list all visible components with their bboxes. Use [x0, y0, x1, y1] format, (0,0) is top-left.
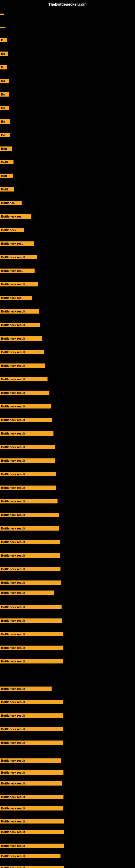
label-item: Bottleneck result: [0, 844, 64, 849]
label-item: Bottleneck result: [0, 713, 63, 719]
bottleneck-label: Bottleneck result: [0, 781, 62, 785]
bottleneck-label: Bottleneck result: [0, 727, 63, 731]
label-item: Bottleneck result: [0, 336, 42, 342]
bottleneck-label: Bo: [0, 119, 10, 124]
label-item: [0, 24, 5, 29]
label-item: Bottleneck result: [0, 282, 38, 287]
label-item: Bo: [0, 52, 8, 57]
bottleneck-label: Bottleneck result: [0, 795, 63, 799]
label-item: Bottleneck result: [0, 418, 52, 423]
bottleneck-label: Bottleneck result: [0, 526, 59, 531]
bottleneck-label: [0, 13, 4, 14]
label-item: Bottleneck result: [0, 795, 63, 800]
bottleneck-label: Bottleneck result: [0, 618, 62, 623]
label-item: Bottleneck result: [0, 567, 60, 572]
bottleneck-label: Bottleneck result: [0, 309, 39, 314]
bottleneck-label: Bottleneck result: [0, 553, 60, 558]
label-item: Bott: [0, 147, 12, 152]
label-item: Bottleneck result: [0, 445, 55, 450]
label-item: Bottleneck result: [0, 659, 63, 664]
label-item: Bottleneck result: [0, 323, 40, 328]
bottleneck-label: Bottleneck result: [0, 499, 57, 503]
bottleneck-label: Bottleneck result: [0, 472, 56, 476]
label-item: Bottleneck result: [0, 646, 63, 651]
bottleneck-label: Bottleneck result: [0, 866, 64, 868]
label-item: Bottleneck result: [0, 350, 44, 355]
bottleneck-label: Bottleneck result: [0, 646, 63, 650]
label-item: Bottleneck result: [0, 486, 56, 491]
label-item: Bottleneck resu: [0, 269, 35, 274]
label-item: Bottleneck result: [0, 404, 51, 410]
label-item: Bottleneck result: [0, 686, 52, 692]
label-item: Bottleneck result: [0, 727, 63, 733]
bottleneck-label: B: [0, 65, 7, 69]
label-item: Bottleneck res: [0, 296, 32, 301]
label-item: Bottleneck result: [0, 605, 61, 610]
bottleneck-label: Bottleneck result: [0, 605, 61, 609]
bottleneck-label: Bottleneck result: [0, 659, 63, 663]
bottleneck-label: Bottleneck result: [0, 255, 37, 259]
label-item: Bottleneck result: [0, 781, 62, 786]
label-item: Bottleneck result: [0, 590, 54, 596]
label-item: Bottleneck res: [0, 214, 31, 220]
bottleneck-label: Bottleneck res: [0, 214, 31, 219]
bottleneck-label: Bottleneck result: [0, 567, 60, 571]
label-item: Bottleneck result: [0, 553, 60, 559]
bottleneck-label: Bottleneck result: [0, 854, 60, 858]
label-item: B: [0, 38, 7, 43]
bottleneck-label: Bottleneck result: [0, 590, 54, 595]
label-item: Bottleneck result: [0, 758, 61, 764]
bottleneck-label: Bottleneck result: [0, 713, 63, 718]
bottleneck-label: Bottleneck result: [0, 445, 55, 449]
label-item: B: [0, 65, 7, 70]
bottleneck-label: Bottleneck result: [0, 830, 64, 834]
bottleneck-label: Bottleneck result: [0, 336, 42, 341]
bottleneck-label: Bo: [0, 79, 9, 83]
label-item: Bottleneck result: [0, 255, 37, 260]
bottleneck-label: Bottl: [0, 160, 13, 164]
bottleneck-label: Bottleneck result: [0, 632, 63, 637]
bottleneck-label: Bo: [0, 106, 9, 110]
bottleneck-label: Bottleneck result: [0, 391, 49, 395]
bottleneck-label: Bott: [0, 147, 12, 151]
label-item: Bottlenec: [0, 201, 21, 206]
label-item: Bottleneck result: [0, 632, 63, 638]
site-title: TheBottlenecker.com: [48, 2, 87, 6]
bottleneck-label: Bottleneck result: [0, 758, 61, 763]
label-item: Bottleneck result: [0, 770, 63, 776]
label-item: Bottleneck result: [0, 364, 45, 369]
label-item: Bottleneck resu: [0, 241, 34, 247]
label-item: Bottl: [0, 187, 14, 193]
label-item: Bottleneck result: [0, 866, 64, 868]
label-item: Bo: [0, 133, 10, 138]
label-item: Bottleneck result: [0, 618, 62, 624]
bottleneck-label: Bottleneck result: [0, 418, 52, 422]
bottleneck-label: Bottleneck result: [0, 282, 38, 286]
bottleneck-label: Bottleneck resu: [0, 269, 35, 273]
label-item: Bottleneck result: [0, 431, 53, 437]
bottleneck-label: Bottleneck result: [0, 486, 56, 490]
label-item: Bottleneck result: [0, 806, 63, 812]
label-item: Bottleneck result: [0, 540, 60, 545]
bottleneck-label: Bottl: [0, 187, 14, 191]
bottleneck-label: Bo: [0, 133, 10, 137]
bottleneck-label: Bo: [0, 52, 8, 56]
bottleneck-label: Bottleneck result: [0, 364, 45, 368]
bottleneck-label: [0, 27, 5, 28]
bottleneck-label: Bo: [0, 92, 9, 97]
bottleneck-label: Bottleneck: [0, 228, 24, 232]
bottleneck-label: Bott: [0, 174, 13, 178]
label-item: Bottleneck result: [0, 391, 49, 396]
label-item: Bottl: [0, 160, 13, 165]
label-item: Bo: [0, 92, 9, 98]
label-item: Bottleneck result: [0, 830, 64, 835]
bottleneck-label: Bottleneck result: [0, 700, 63, 704]
bottleneck-label: Bottleneck result: [0, 819, 64, 824]
label-item: Bottleneck result: [0, 472, 56, 477]
label-item: Bottleneck: [0, 228, 24, 233]
bottleneck-label: Bottleneck result: [0, 350, 44, 354]
bottleneck-label: Bottleneck result: [0, 513, 59, 517]
bottleneck-label: Bottleneck result: [0, 770, 63, 775]
label-item: Bottleneck result: [0, 581, 61, 586]
label-item: Bottleneck result: [0, 700, 63, 705]
